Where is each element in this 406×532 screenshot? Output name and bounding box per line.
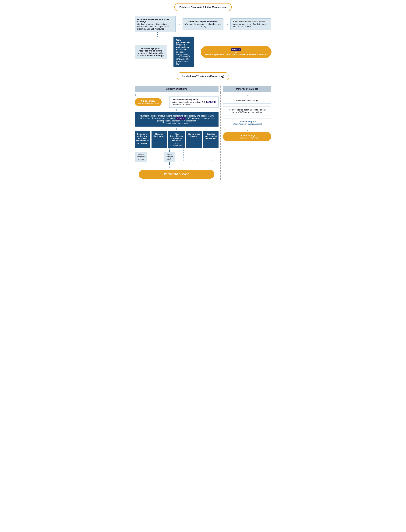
intranasal-steroids-box: Start with intranasal steroid sprays +/-… — [231, 18, 271, 30]
sinus-surgery-box: Sinus surgery (Discuss extent of surgery… — [135, 98, 162, 106]
arrow-down-minority: ↓ — [223, 93, 271, 97]
objective-findings-box: Evidence of objective findings* (Anterio… — [182, 18, 224, 30]
declined-surgery-box: Declined surgery (Shared decision-making… — [223, 118, 271, 127]
assess-box-2: Assess response in 6 months — [164, 152, 175, 162]
majority-header: Majority of patients — [135, 86, 219, 92]
symptoms-box: Document subjective symptoms severity: C… — [135, 16, 175, 32]
arrow-right-2: → — [225, 22, 229, 26]
arrow-down-2: ↓ — [135, 81, 272, 84]
persist-recur-eds-badge: EDS-FLU — [176, 117, 185, 119]
arrow-down-1: ↓ — [135, 12, 272, 15]
reassess-box: Reassess symptom response and objective … — [135, 45, 167, 59]
consider-biologic-box: Consider biologic (eg, dupilumab, omaliz… — [223, 132, 271, 141]
arrow-down-sinus: ↓ — [135, 93, 136, 97]
consider-oral-steroids-box: Consider short burst of oral steroids — [203, 131, 218, 148]
contraindication-box: Contraindication to surgery — [223, 97, 271, 104]
persistent-disease-box: Persistent disease — [139, 170, 214, 179]
persist-recur-box: If symptoms persist or recur despite app… — [135, 112, 219, 126]
arrow-down-4: ↓ — [135, 127, 219, 131]
assess-box-1: Assess response in 6 months — [135, 152, 147, 162]
arrow-down-3: ↓ — [135, 108, 219, 112]
escalation-box: Escalation of Treatment (if refractory) — [177, 72, 229, 80]
arrow-right-3: → — [168, 50, 172, 54]
arrow-right-1: → — [177, 22, 181, 26]
asa-desensitization-box: ASA desensitization for patients with AE… — [168, 131, 185, 148]
treatment-row: Biologics for patients +/- indicated com… — [135, 131, 219, 148]
poorly-controlled-asthma-box: Poorly controlled asthma despite standar… — [223, 106, 271, 115]
revision-sinus-box: Revision sinus surgery — [152, 131, 167, 148]
persistence-box: With persistence of symptoms and evidenc… — [174, 37, 194, 67]
establish-diagnosis-box: Establish Diagnosis & Initial Management — [174, 3, 232, 11]
minority-header: Minority of patients — [223, 86, 271, 92]
eds-badge: EDS-FLU — [231, 48, 241, 51]
steroid-implant-box: Steroid sinus implant — [186, 131, 202, 148]
flowchart: Establish Diagnosis & Initial Management… — [135, 3, 272, 180]
postop-box: Post-operative management: saline irriga… — [169, 97, 218, 108]
postop-eds-badge: EDS-FLU — [206, 101, 216, 103]
biologics-box: Biologics for patients +/- indicated com… — [135, 131, 150, 148]
edsflu-box: EDS-FLU or Consider repeat short burst o… — [201, 46, 272, 58]
arrow-right-4: → — [195, 50, 199, 54]
arrow-down-biologic: ↓ — [223, 128, 271, 131]
